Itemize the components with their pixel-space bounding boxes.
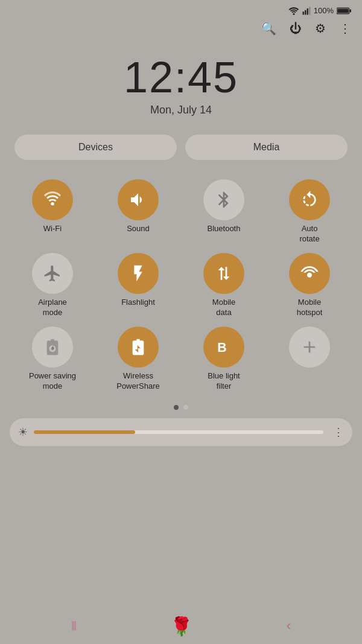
qs-mobiledata-circle [203,253,244,294]
settings-icon[interactable]: ⚙ [315,21,326,36]
brightness-row: ☀ ⋮ [10,418,352,446]
brightness-track[interactable] [34,430,323,434]
power-icon[interactable]: ⏻ [290,22,302,36]
home-icon[interactable]: 🌹 [170,616,192,637]
brightness-menu-icon[interactable]: ⋮ [333,426,344,439]
qs-bluetooth-label: Bluetooth [208,224,241,234]
qs-powershare-circle [118,327,159,368]
svg-point-8 [51,202,54,205]
qs-bluelight-circle: B [203,327,244,368]
qs-hotspot[interactable]: Mobilehotspot [268,250,351,320]
qs-powershare[interactable]: WirelessPowerShare [97,324,180,394]
brightness-icon: ☀ [18,426,28,439]
qs-add[interactable] [268,324,351,394]
bottom-nav: ⦀ 🌹 ‹ [0,608,362,644]
recent-apps-icon[interactable]: ⦀ [71,618,77,634]
more-icon[interactable]: ⋮ [339,21,351,36]
dot-2 [183,405,188,410]
qs-airplane[interactable]: Airplanemode [11,250,94,320]
svg-rect-3 [306,8,308,14]
clock-date: Mon, July 14 [0,104,362,116]
pagination [0,399,362,415]
qs-mobiledata-label: Mobiledata [212,298,235,318]
qs-wifi-circle [32,179,73,220]
tab-media[interactable]: Media [185,135,348,160]
qs-powersaving-circle [32,327,73,368]
qs-bluetooth-circle [203,179,244,220]
status-icons: 100% [288,6,351,15]
qs-powershare-label: WirelessPowerShare [116,371,160,392]
qs-sound-circle [118,179,159,220]
search-icon[interactable]: 🔍 [261,21,276,36]
qs-bluelight-label: Blue lightfilter [208,371,240,392]
wifi-status-icon [288,7,299,15]
signal-status-icon [302,7,311,15]
qs-flashlight[interactable]: Flashlight [97,250,180,320]
qs-powersaving-label: Power savingmode [29,371,76,392]
brightness-fill [34,430,135,434]
qs-flashlight-circle [118,253,159,294]
qs-bluetooth[interactable]: Bluetooth [182,177,265,247]
qs-flashlight-label: Flashlight [121,298,155,308]
qs-autorotate[interactable]: Autorotate [268,177,351,247]
qs-powersaving[interactable]: Power savingmode [11,324,94,394]
svg-rect-7 [337,8,348,13]
dot-1 [174,405,179,410]
svg-rect-6 [350,9,351,12]
status-bar: 100% [0,0,362,18]
qs-autorotate-circle [289,179,330,220]
quick-settings-grid: Wi-Fi Sound Bluetooth Autorotate Airplan… [0,166,362,398]
qs-hotspot-label: Mobilehotspot [297,298,323,318]
qs-airplane-circle [32,253,73,294]
svg-rect-1 [302,11,303,14]
qs-wifi[interactable]: Wi-Fi [11,177,94,247]
qs-bluelight[interactable]: B Blue lightfilter [182,324,265,394]
qs-sound-label: Sound [127,224,150,234]
qs-hotspot-circle [289,253,330,294]
action-bar: 🔍 ⏻ ⚙ ⋮ [0,18,362,42]
back-icon[interactable]: ‹ [287,618,291,634]
tab-row: Devices Media [0,123,362,166]
qs-mobiledata[interactable]: Mobiledata [182,250,265,320]
qs-add-circle [289,327,330,368]
qs-autorotate-label: Autorotate [299,224,319,244]
svg-text:B: B [217,340,226,355]
clock-area: 12:45 Mon, July 14 [0,42,362,123]
svg-point-0 [293,13,294,14]
battery-text: 100% [314,6,334,15]
tab-devices[interactable]: Devices [14,135,177,160]
svg-rect-4 [309,7,310,14]
battery-icon [337,7,351,15]
clock-time: 12:45 [0,54,362,101]
svg-rect-2 [305,10,306,14]
qs-airplane-label: Airplanemode [38,298,67,318]
qs-sound[interactable]: Sound [97,177,180,247]
qs-wifi-label: Wi-Fi [43,224,62,234]
